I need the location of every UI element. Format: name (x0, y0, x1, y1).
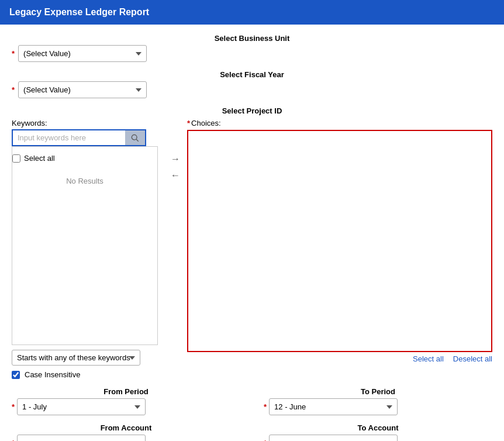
to-account-group: To Account * 999999 (264, 423, 492, 441)
page-title: Legacy Expense Ledger Report (9, 7, 149, 17)
case-insensitive-row: Case Insensitive (12, 370, 164, 379)
from-account-required: * (12, 439, 15, 441)
period-row: From Period * 1 - July 2 - August 3 - Se… (12, 387, 492, 415)
choices-actions: Select all Deselect all (187, 354, 492, 363)
case-insensitive-label: Case Insensitive (25, 370, 80, 379)
from-account-input[interactable]: 500000 (17, 435, 146, 441)
keyword-input[interactable] (13, 130, 125, 145)
fiscal-year-required: * (12, 85, 15, 94)
choices-label-row: * Choices: (187, 119, 492, 128)
from-period-select[interactable]: 1 - July 2 - August 3 - September 4 - Oc… (17, 398, 146, 415)
choices-label: Choices: (191, 119, 221, 128)
filter-select[interactable]: Starts with any of these keywords Contai… (12, 350, 140, 366)
svg-point-0 (132, 135, 137, 140)
choices-box (187, 130, 492, 352)
fiscal-year-label: Select Fiscal Year (12, 70, 492, 79)
select-all-label: Select all (24, 154, 55, 163)
keyword-input-row (12, 129, 146, 146)
case-insensitive-checkbox[interactable] (12, 371, 20, 379)
choices-select-all-link[interactable]: Select all (413, 354, 444, 363)
from-account-label: From Account (12, 423, 240, 432)
project-id-section: Select Project ID Keywords: (12, 106, 492, 379)
project-right-panel: * Choices: Select all Deselect all (187, 119, 492, 363)
move-left-button[interactable]: ← (171, 170, 180, 181)
business-unit-group: Select Business Unit * (Select Value) (12, 34, 492, 62)
search-icon (131, 134, 139, 142)
to-account-required: * (264, 439, 267, 441)
fiscal-year-select[interactable]: (Select Value) (18, 81, 147, 98)
fiscal-year-group: Select Fiscal Year * (Select Value) (12, 70, 492, 98)
select-all-checkbox[interactable] (12, 154, 20, 163)
from-account-group: From Account * 500000 (12, 423, 240, 441)
business-unit-required: * (12, 49, 15, 58)
project-id-title: Select Project ID (12, 106, 492, 115)
business-unit-label: Select Business Unit (12, 34, 492, 43)
choices-required: * (187, 119, 190, 128)
business-unit-select[interactable]: (Select Value) (18, 45, 147, 62)
arrow-panel: → ← (164, 119, 187, 181)
project-left-panel: Keywords: Select all No Re (12, 119, 164, 379)
keywords-label: Keywords: (12, 119, 164, 128)
left-list-box: Select all No Results (12, 146, 158, 345)
to-period-label: To Period (264, 387, 492, 396)
to-period-select[interactable]: 1 - July 2 - August 3 - September 4 - Oc… (269, 398, 398, 415)
no-results-text: No Results (12, 177, 157, 185)
to-period-required: * (264, 402, 267, 411)
from-period-required: * (12, 402, 15, 411)
move-right-button[interactable]: → (171, 154, 180, 164)
page-header: Legacy Expense Ledger Report (0, 0, 504, 25)
svg-line-1 (136, 139, 139, 142)
filter-row: Starts with any of these keywords Contai… (12, 350, 164, 366)
choices-deselect-all-link[interactable]: Deselect all (453, 354, 492, 363)
to-account-input[interactable]: 999999 (269, 435, 398, 441)
select-all-row: Select all (12, 151, 157, 165)
to-period-group: To Period * 1 - July 2 - August 3 - Sept… (264, 387, 492, 415)
account-row: From Account * 500000 To Account * 99999… (12, 423, 492, 441)
from-period-label: From Period (12, 387, 240, 396)
to-account-label: To Account (264, 423, 492, 432)
from-period-group: From Period * 1 - July 2 - August 3 - Se… (12, 387, 240, 415)
search-button[interactable] (125, 130, 145, 145)
